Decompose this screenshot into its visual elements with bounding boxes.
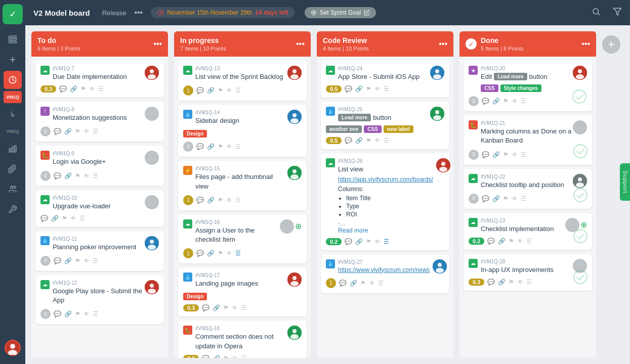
eye-icon[interactable]: 👁 — [226, 87, 232, 94]
eye-icon[interactable]: 👁 — [232, 304, 238, 311]
eye-icon[interactable]: 👁 — [232, 355, 238, 358]
link-icon[interactable]: 🔗 — [64, 128, 72, 135]
link-icon[interactable]: 🔗 — [70, 85, 77, 93]
eye-icon[interactable]: 👁 — [369, 280, 375, 287]
codereview-menu-icon[interactable]: ••• — [439, 39, 447, 49]
flag-icon[interactable]: ⚑ — [223, 304, 229, 311]
link-icon[interactable]: 🔗 — [207, 87, 215, 94]
card-vm1q-8[interactable]: ! #VM1Q-8 Monetization suggestions 0 💬 — [35, 102, 164, 142]
eye-icon[interactable]: 👁 — [512, 98, 518, 105]
card-vm1q-15[interactable]: ⚡ #VM1Q-15 Files page - add thumbnail vi… — [178, 161, 307, 210]
card-vm1q-25[interactable]: 💧 #VM1Q-25 Load more button — [321, 102, 449, 149]
eye-icon[interactable]: 👁 — [83, 310, 90, 317]
eye-icon[interactable]: 👁 — [83, 128, 90, 135]
eye-icon[interactable]: 👁 — [70, 215, 76, 222]
flag-icon[interactable]: ⚑ — [503, 98, 509, 105]
comment-icon[interactable]: 💬 — [54, 257, 61, 264]
flag-icon[interactable]: ⚑ — [218, 87, 223, 94]
add-column-button[interactable]: + — [602, 35, 620, 54]
eye-icon[interactable]: 👁 — [512, 195, 518, 202]
flag-icon[interactable]: ⚑ — [366, 137, 371, 144]
link-icon[interactable]: 🔗 — [207, 197, 215, 204]
card-vm1q-11[interactable]: 💧 #VM1Q-11 Planning poker improvement — [35, 231, 164, 271]
link-icon[interactable]: 🔗 — [492, 151, 500, 158]
card-vm1q-16[interactable]: ☁ #VM1Q-16 Assign a User to the checklis… — [178, 214, 307, 263]
flag-icon[interactable]: ⚑ — [223, 355, 229, 358]
eye-icon[interactable]: 👁 — [83, 257, 90, 264]
user-avatar[interactable] — [5, 340, 21, 356]
comment-icon[interactable]: 💬 — [196, 143, 204, 150]
nav-fire[interactable] — [4, 105, 22, 123]
comment-icon[interactable]: 💬 — [487, 238, 495, 245]
link-icon[interactable]: 🔗 — [492, 98, 500, 105]
list-icon[interactable]: ☰ — [235, 87, 241, 94]
card-vm1q-27[interactable]: 💧 #VM1Q-27 https://www.vivifyscrum.com/n… — [321, 254, 449, 293]
comment-icon[interactable]: 💬 — [202, 304, 209, 311]
comment-icon[interactable]: 💬 — [345, 238, 352, 245]
comment-icon[interactable]: 💬 — [196, 87, 204, 94]
comment-icon[interactable]: 💬 — [482, 151, 489, 158]
nav-timer[interactable] — [4, 71, 22, 89]
comment-icon[interactable]: 💬 — [196, 250, 204, 257]
link-icon[interactable]: 🔗 — [350, 280, 357, 287]
card-vm1q-24[interactable]: ☁ #VM1Q-24 App Store - Submit iOS App — [321, 61, 449, 98]
comment-icon[interactable]: 💬 — [196, 197, 204, 204]
card-vm1q-18[interactable]: 🐛 #VM1Q-18 Comment section does not upda… — [178, 321, 307, 358]
nav-chart[interactable] — [4, 140, 22, 158]
eye-icon[interactable]: 👁 — [517, 238, 523, 245]
list-icon[interactable]: ☰ — [521, 98, 526, 105]
eye-icon[interactable]: 👁 — [374, 85, 381, 93]
nav-tools[interactable] — [4, 200, 22, 218]
nav-add[interactable] — [4, 51, 22, 69]
list-icon[interactable]: ☰ — [235, 143, 241, 150]
comment-icon[interactable]: 💬 — [54, 310, 61, 317]
add-user-icon[interactable]: ⊕ — [295, 221, 302, 231]
nav-attachment[interactable] — [4, 160, 22, 178]
card-vm1q-10[interactable]: ☁ #VM1Q-10 Upgrade vue-loader 💬 🔗 — [35, 190, 164, 227]
link-icon[interactable]: 🔗 — [492, 195, 500, 202]
eye-icon[interactable]: 👁 — [512, 151, 518, 158]
comment-icon[interactable]: 💬 — [40, 215, 48, 222]
comment-icon[interactable]: 💬 — [54, 128, 61, 135]
list-icon[interactable]: ☰ — [235, 197, 241, 204]
flag-icon[interactable]: ⚑ — [75, 172, 80, 179]
list-icon[interactable]: ☰ — [93, 310, 98, 317]
flag-icon[interactable]: ⚑ — [503, 151, 509, 158]
flag-icon[interactable]: ⚑ — [218, 250, 223, 257]
card-vm1q-23[interactable]: ☁ #VM1Q-23 Checklist implementation ⊕ — [464, 213, 592, 250]
card-link[interactable]: https://app.vivifyscrum.com/boards/ — [338, 176, 433, 183]
list-icon[interactable]: ☰ — [241, 355, 246, 358]
flag-icon[interactable]: ⚑ — [218, 197, 223, 204]
list-icon[interactable]: ☰ — [384, 137, 389, 144]
link-icon[interactable]: 🔗 — [207, 143, 215, 150]
comment-icon[interactable]: 💬 — [202, 355, 209, 358]
card-vm1q-7[interactable]: ☁ #VM1Q-7 Due Date implementation — [35, 61, 164, 98]
list-icon[interactable]: ☰ — [98, 85, 104, 93]
flag-icon[interactable]: ⚑ — [360, 280, 366, 287]
flag-icon[interactable]: ⚑ — [75, 257, 80, 264]
comment-icon[interactable]: 💬 — [59, 85, 67, 93]
comment-icon[interactable]: 💬 — [345, 85, 352, 93]
card-vm1q-22[interactable]: ☁ #VM1Q-22 Checklist tooltip and positio… — [464, 169, 592, 209]
sprint-goal-btn[interactable]: Set Sprint Goal — [305, 7, 376, 18]
link-icon[interactable]: 🔗 — [64, 172, 72, 179]
list-icon[interactable]: ☰ — [235, 250, 241, 257]
card-vm1q-13[interactable]: ☁ #VM1Q-13 List view of the Sprint Backl… — [178, 61, 307, 101]
card-link[interactable]: https://www.vivifyscrum.com/news — [338, 266, 430, 274]
nav-vm1q[interactable]: VM1Q — [4, 91, 22, 103]
card-vm1q-21[interactable]: 🐛 #VM1Q-21 Marking columns as Done on a … — [464, 115, 592, 164]
flag-icon[interactable]: ⚑ — [75, 310, 80, 317]
inprogress-menu-icon[interactable]: ••• — [296, 39, 305, 49]
flag-icon[interactable]: ⚑ — [62, 215, 67, 222]
flag-icon[interactable]: ⚑ — [503, 195, 509, 202]
list-icon[interactable]: ☰ — [384, 238, 389, 245]
brand-logo[interactable]: ✓ — [3, 4, 23, 24]
eye-icon[interactable]: 👁 — [226, 143, 232, 150]
read-more-link[interactable]: Read more — [338, 227, 433, 234]
list-icon[interactable]: ☰ — [384, 85, 389, 93]
card-vm1q-14[interactable]: 💧 #VM1Q-14 Sidebar design Design — [178, 105, 307, 157]
link-icon[interactable]: 🔗 — [498, 238, 506, 245]
link-icon[interactable]: 🔗 — [207, 250, 215, 257]
card-vm1q-9[interactable]: 🐛 #VM1Q-9 Login via Google+ 0 💬 — [35, 146, 164, 186]
comment-icon[interactable]: 💬 — [339, 280, 347, 287]
